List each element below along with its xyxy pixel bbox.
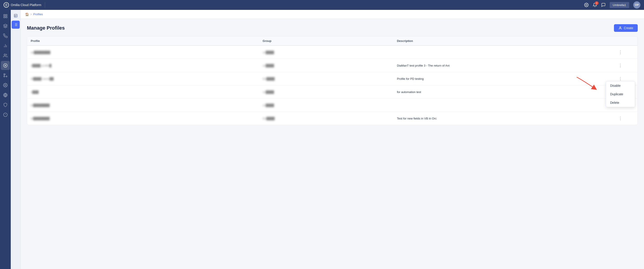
- svg-rect-4: [6, 16, 7, 18]
- profile-description: [393, 46, 613, 59]
- topnav-icons: 2 Umbrella1 OP: [584, 1, 640, 8]
- notifications-icon[interactable]: 2: [593, 3, 597, 7]
- user-avatar[interactable]: OP: [633, 1, 640, 8]
- profile-name: M████ name██: [27, 72, 259, 86]
- profile-description: Test for new fields in VB in Orc: [393, 112, 613, 125]
- sidebar-item-integrations[interactable]: [1, 71, 10, 80]
- svg-marker-6: [4, 24, 8, 26]
- context-menu-delete[interactable]: Delete: [606, 98, 635, 107]
- profile-name: o███: [27, 86, 259, 99]
- sidebar-item-analytics[interactable]: [1, 41, 10, 50]
- column-header-description: Description: [393, 36, 613, 46]
- profile-description: for automation test: [393, 86, 613, 99]
- svg-point-11: [4, 64, 8, 68]
- tenant-selector[interactable]: Umbrella1: [610, 2, 629, 8]
- table-row: te████████ oc████ ⋮: [27, 99, 638, 112]
- profile-name: te████████: [27, 99, 259, 112]
- context-menu: Disable Duplicate Delete: [606, 81, 635, 107]
- table-row: d████ profile█ oc████ DiaManT test profi…: [27, 59, 638, 72]
- main-sidebar: [0, 10, 11, 269]
- main-content: 🏠 > Profiles Manage Profiles Create: [21, 10, 644, 269]
- table-row: o███ oc████ for automation test ⋮: [27, 86, 638, 99]
- profile-description: DiaManT test profile 3 - The return of A…: [393, 59, 613, 72]
- breadcrumb-separator: >: [30, 13, 32, 16]
- svg-point-15: [4, 76, 5, 77]
- context-menu-disable[interactable]: Disable: [606, 81, 635, 90]
- sidebar-item-network[interactable]: [1, 90, 10, 100]
- page-header: Manage Profiles Create: [27, 24, 638, 32]
- sidebar-item-info[interactable]: [1, 110, 10, 119]
- profile-name: d████ profile█: [27, 59, 259, 72]
- messages-icon[interactable]: [601, 3, 606, 7]
- profile-group: oc████: [259, 86, 393, 99]
- secondary-sidebar-list-icon[interactable]: [12, 20, 20, 29]
- table-header: Profile Group Description: [27, 36, 638, 46]
- profile-group: De████: [259, 72, 393, 86]
- top-navigation: Omilia Cloud Platform 2 Umbrella1 OP: [0, 0, 644, 10]
- svg-point-12: [5, 65, 6, 66]
- create-button[interactable]: Create: [614, 24, 638, 32]
- sidebar-item-calls[interactable]: [1, 32, 10, 40]
- profiles-table: Profile Group Description as████████ oc█…: [27, 36, 638, 125]
- profile-group: oc████: [259, 46, 393, 59]
- svg-rect-3: [6, 14, 7, 16]
- app-logo: Omilia Cloud Platform: [4, 2, 45, 8]
- sidebar-item-compliance[interactable]: [1, 100, 10, 110]
- breadcrumb-profiles[interactable]: Profiles: [33, 12, 43, 16]
- table: Profile Group Description as████████ oc█…: [27, 36, 638, 125]
- table-row: M████ name██ De████ Profile for PD testi…: [27, 72, 638, 86]
- create-button-label: Create: [624, 26, 633, 30]
- more-options-button[interactable]: ⋮: [617, 49, 624, 56]
- sidebar-item-users[interactable]: [1, 51, 10, 60]
- table-body: as████████ oc████ ⋮ d████ profile█ oc███…: [27, 46, 638, 125]
- column-header-actions: [613, 36, 638, 46]
- svg-rect-2: [4, 14, 5, 16]
- secondary-sidebar-table-icon[interactable]: [12, 12, 20, 20]
- profile-actions: ⋮: [613, 112, 638, 125]
- notification-count: 2: [595, 1, 598, 5]
- svg-point-1: [586, 4, 587, 6]
- sidebar-item-dashboard[interactable]: [1, 12, 10, 20]
- logo-icon: [4, 2, 9, 8]
- sidebar-item-settings[interactable]: [1, 81, 10, 90]
- profile-group: oc████: [259, 99, 393, 112]
- column-header-group: Group: [259, 36, 393, 46]
- svg-point-10: [4, 54, 6, 56]
- page-body: Manage Profiles Create Profile Group: [21, 19, 644, 269]
- svg-point-13: [6, 76, 7, 77]
- profile-name: as████████: [27, 46, 259, 59]
- app-name: Omilia Cloud Platform: [11, 3, 41, 7]
- breadcrumb: 🏠 > Profiles: [21, 10, 644, 19]
- more-options-button[interactable]: ⋮: [617, 62, 624, 69]
- profile-actions: ⋮: [613, 46, 638, 59]
- svg-point-34: [620, 27, 621, 28]
- more-options-button[interactable]: ⋮: [617, 115, 624, 122]
- svg-point-18: [5, 85, 6, 86]
- profile-group: oc████: [259, 59, 393, 72]
- table-row: as████████ oc████ ⋮: [27, 46, 638, 59]
- settings-icon[interactable]: [584, 3, 588, 7]
- profile-description: [393, 99, 613, 112]
- table-row: te████████ De████ Test for new fields in…: [27, 112, 638, 125]
- profile-name: te████████: [27, 112, 259, 125]
- profile-group: De████: [259, 112, 393, 125]
- secondary-sidebar: [11, 10, 21, 269]
- page-title: Manage Profiles: [27, 25, 65, 31]
- sidebar-item-layers[interactable]: [1, 22, 10, 30]
- breadcrumb-home[interactable]: 🏠: [25, 12, 29, 16]
- profile-description: Profile for PD testing: [393, 72, 613, 86]
- profile-actions: ⋮: [613, 59, 638, 72]
- svg-rect-24: [14, 14, 17, 17]
- svg-point-14: [4, 74, 5, 75]
- sidebar-item-monitor[interactable]: [1, 61, 10, 70]
- svg-rect-5: [4, 16, 5, 18]
- context-menu-duplicate[interactable]: Duplicate: [606, 90, 635, 98]
- column-header-profile: Profile: [27, 36, 259, 46]
- svg-point-0: [6, 4, 7, 6]
